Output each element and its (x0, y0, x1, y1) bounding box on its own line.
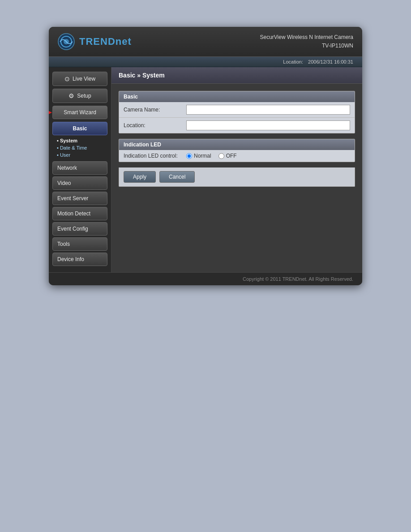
location-row: Location: (119, 118, 355, 133)
location-bar: Location: 2006/12/31 16:00:31 (49, 57, 362, 67)
sidebar-basic-subitems: • System • Date & Time • User (52, 136, 107, 159)
smart-wizard-button[interactable]: Smart Wizard (52, 106, 107, 119)
sidebar: ⊙ Live View ⚙ Setup ➤ Smart Wizard Basic (49, 67, 111, 272)
led-control-row: Indication LED control: Normal OFF (119, 150, 355, 162)
location-label: Location: (124, 122, 186, 129)
button-row: Apply Cancel (119, 167, 355, 187)
location-input[interactable] (186, 120, 350, 130)
page-title: Basic » System (119, 72, 355, 79)
sidebar-item-network[interactable]: Network (52, 161, 107, 175)
camera-name-label: Camera Name: (124, 107, 186, 113)
sidebar-subitem-user[interactable]: • User (55, 151, 105, 159)
camera-name-row: Camera Name: (119, 102, 355, 118)
sidebar-item-device-info[interactable]: Device Info (52, 253, 107, 266)
sidebar-item-motion-detect[interactable]: Motion Detect (52, 207, 107, 220)
sidebar-section-basic: Basic • System • Date & Time • User (52, 122, 107, 159)
led-off-option[interactable]: OFF (218, 153, 237, 159)
arrow-indicator: ➤ (49, 107, 52, 118)
setup-button[interactable]: ⚙ Setup (52, 89, 107, 103)
led-control-label: Indication LED control: (124, 153, 186, 159)
cancel-button[interactable]: Cancel (159, 171, 195, 183)
live-view-button[interactable]: ⊙ Live View (52, 72, 107, 86)
gear-icon: ⚙ (68, 92, 74, 99)
sidebar-item-event-server[interactable]: Event Server (52, 192, 107, 205)
sidebar-item-video[interactable]: Video (52, 176, 107, 190)
form-section-led: Indication LED Indication LED control: N… (119, 139, 355, 162)
content-body: Basic Camera Name: Location: Indication … (111, 84, 362, 194)
led-normal-option[interactable]: Normal (186, 153, 211, 159)
led-off-radio[interactable] (218, 153, 224, 159)
content-area: Basic » System Basic Camera Name: Locati… (111, 67, 362, 272)
smart-wizard-area: ➤ Smart Wizard (52, 106, 107, 119)
live-view-icon: ⊙ (64, 75, 70, 82)
sidebar-item-event-config[interactable]: Event Config (52, 222, 107, 236)
sidebar-subitem-system[interactable]: • System (55, 137, 105, 144)
header: TRENDnet SecurView Wireless N Internet C… (49, 27, 362, 57)
logo-text: TRENDnet (79, 36, 132, 47)
footer: Copyright © 2011 TRENDnet. All Rights Re… (49, 272, 362, 285)
sidebar-item-tools[interactable]: Tools (52, 237, 107, 251)
led-normal-radio[interactable] (186, 153, 192, 159)
sidebar-basic-button[interactable]: Basic (52, 122, 107, 135)
form-section-led-header: Indication LED (119, 139, 355, 150)
camera-name-input[interactable] (186, 105, 350, 115)
led-radio-group: Normal OFF (186, 153, 237, 159)
trendnet-logo-icon (58, 33, 75, 50)
main-layout: ⊙ Live View ⚙ Setup ➤ Smart Wizard Basic (49, 67, 362, 272)
page-title-bar: Basic » System (111, 67, 362, 84)
logo: TRENDnet (58, 33, 132, 50)
header-product-info: SecurView Wireless N Internet Camera TV-… (260, 33, 353, 50)
form-section-basic: Basic Camera Name: Location: (119, 91, 355, 133)
form-section-basic-header: Basic (119, 91, 355, 102)
sidebar-subitem-datetime[interactable]: • Date & Time (55, 144, 105, 151)
apply-button[interactable]: Apply (124, 171, 156, 183)
